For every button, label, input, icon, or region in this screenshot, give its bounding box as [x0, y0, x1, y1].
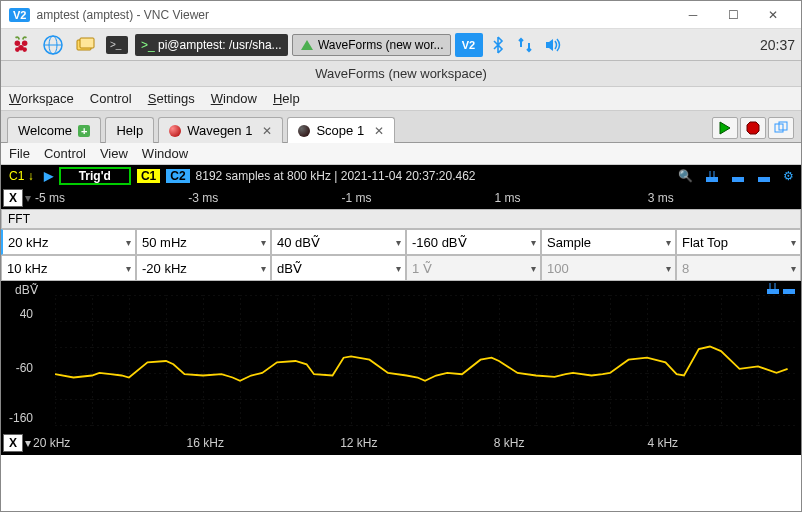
record-dot-icon: [298, 125, 310, 137]
tool2-icon[interactable]: [728, 169, 748, 183]
svg-point-0: [15, 40, 20, 46]
svg-point-4: [22, 47, 27, 52]
x-axis-button[interactable]: X: [3, 189, 23, 207]
svg-rect-14: [706, 177, 718, 182]
c2-badge[interactable]: C2: [166, 169, 189, 183]
y-axis-label: dBṼ: [15, 283, 38, 297]
zoom-icon[interactable]: 🔍: [675, 169, 696, 183]
time-tick: 1 ms: [495, 191, 648, 205]
trigger-status: Trig'd: [59, 167, 131, 185]
dropdown-icon[interactable]: ▾: [25, 436, 31, 450]
arrow-icon[interactable]: ▶: [44, 169, 53, 183]
settings-icon[interactable]: ⚙: [780, 169, 797, 183]
tool1-icon[interactable]: [702, 169, 722, 183]
y-tick: -160: [5, 411, 33, 425]
fft-start-input[interactable]: -20 kHz▾: [136, 255, 271, 281]
fft-bottom-input[interactable]: -160 dBṼ▾: [406, 229, 541, 255]
web-icon[interactable]: [39, 33, 67, 57]
vnc-tray-icon[interactable]: V2: [455, 33, 483, 57]
tool3-icon[interactable]: [754, 169, 774, 183]
fft-mode-select[interactable]: Sample▾: [541, 229, 676, 255]
menu-window[interactable]: Window: [211, 91, 257, 106]
submenu-window[interactable]: Window: [142, 146, 188, 161]
time-tick: -1 ms: [341, 191, 494, 205]
menu-help[interactable]: Help: [273, 91, 300, 106]
close-button[interactable]: ✕: [753, 1, 793, 28]
plus-icon: +: [78, 125, 90, 137]
menu-settings[interactable]: Settings: [148, 91, 195, 106]
y-tick: -60: [5, 361, 33, 375]
fft-res-input[interactable]: 50 mHz▾: [136, 229, 271, 255]
submenu-view[interactable]: View: [100, 146, 128, 161]
taskbar-terminal-window[interactable]: >_ pi@amptest: /usr/sha...: [135, 34, 288, 56]
c1-badge[interactable]: C1: [137, 169, 160, 183]
tab-welcome[interactable]: Welcome+: [7, 117, 101, 143]
dropdown-icon[interactable]: ▾: [25, 191, 35, 205]
fft-ref-input: 1 Ṽ▾: [406, 255, 541, 281]
record-dot-icon: [169, 125, 181, 137]
svg-rect-18: [783, 289, 795, 294]
fft-panel-header[interactable]: FFT: [1, 209, 801, 229]
y-tick: 40: [5, 307, 33, 321]
close-icon[interactable]: ✕: [374, 124, 384, 138]
channel-indicator[interactable]: C1 ↓: [5, 169, 38, 183]
svg-rect-17: [767, 289, 779, 294]
fft-plot[interactable]: dBṼ 40 -60 -160: [1, 281, 801, 431]
svg-point-3: [15, 47, 20, 52]
submenu-file[interactable]: File: [9, 146, 30, 161]
files-icon[interactable]: [71, 33, 99, 57]
volume-icon[interactable]: [544, 37, 562, 53]
vnc-badge: V2: [9, 8, 30, 22]
fft-span-input[interactable]: 20 kHz▾: [1, 229, 136, 255]
fft-window-select[interactable]: Flat Top▾: [676, 229, 801, 255]
svg-point-1: [22, 40, 27, 46]
svg-rect-15: [732, 177, 744, 182]
submenu-control[interactable]: Control: [44, 146, 86, 161]
taskbar-waveforms-window[interactable]: WaveForms (new wor...: [292, 34, 451, 56]
fft-count-input: 100▾: [541, 255, 676, 281]
svg-rect-16: [758, 177, 770, 182]
x-axis-button[interactable]: X: [3, 434, 23, 452]
maximize-button[interactable]: ☐: [713, 1, 753, 28]
menu-control[interactable]: Control: [90, 91, 132, 106]
plot-tool-icon[interactable]: [767, 283, 795, 295]
minimize-button[interactable]: ─: [673, 1, 713, 28]
freq-tick: 4 kHz: [647, 436, 801, 450]
clock[interactable]: 20:37: [760, 37, 795, 53]
fft-top-input[interactable]: 40 dBṼ▾: [271, 229, 406, 255]
close-icon[interactable]: ✕: [262, 124, 272, 138]
freq-tick: 12 kHz: [340, 436, 494, 450]
time-tick: -5 ms: [35, 191, 188, 205]
fft-center-input[interactable]: 10 kHz▾: [1, 255, 136, 281]
time-tick: -3 ms: [188, 191, 341, 205]
freq-tick: 20 kHz: [33, 436, 187, 450]
tab-wavegen[interactable]: Wavegen 1✕: [158, 117, 283, 143]
fft-avg-input: 8▾: [676, 255, 801, 281]
time-tick: 3 ms: [648, 191, 801, 205]
svg-text:>_: >_: [110, 39, 122, 50]
window-title: amptest (amptest) - VNC Viewer: [36, 8, 673, 22]
stop-button[interactable]: [740, 117, 766, 139]
svg-rect-9: [80, 38, 94, 48]
windows-button[interactable]: [768, 117, 794, 139]
network-icon[interactable]: [516, 36, 534, 54]
run-button[interactable]: [712, 117, 738, 139]
bluetooth-icon[interactable]: [490, 35, 506, 55]
freq-tick: 8 kHz: [494, 436, 648, 450]
raspberry-icon[interactable]: [7, 33, 35, 57]
tab-scope[interactable]: Scope 1✕: [287, 117, 395, 143]
app-titlebar: WaveForms (new workspace): [1, 61, 801, 87]
freq-tick: 16 kHz: [187, 436, 341, 450]
terminal-icon[interactable]: >_: [103, 33, 131, 57]
menu-workspace[interactable]: Workspace: [9, 91, 74, 106]
fft-trace: [55, 295, 795, 427]
fft-unit-select[interactable]: dBṼ▾: [271, 255, 406, 281]
tab-help[interactable]: Help: [105, 117, 154, 143]
acquisition-info: 8192 samples at 800 kHz | 2021-11-04 20:…: [196, 169, 669, 183]
